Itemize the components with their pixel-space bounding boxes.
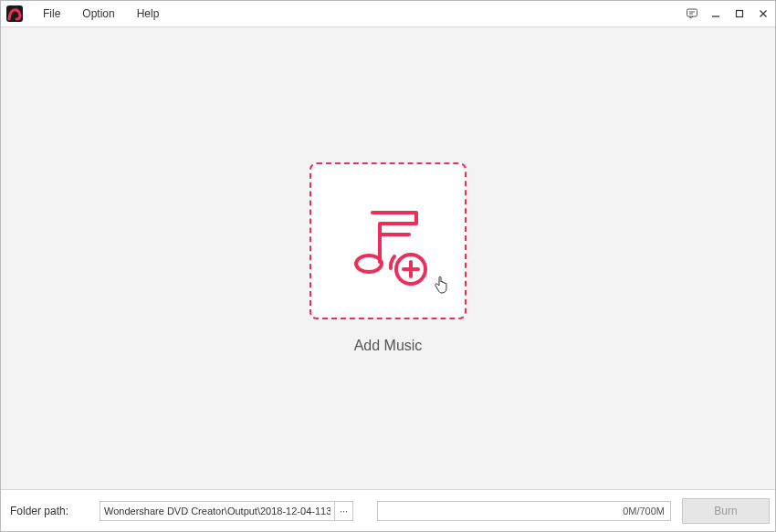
feedback-icon[interactable] bbox=[680, 1, 704, 26]
browse-button[interactable]: ··· bbox=[334, 502, 352, 520]
app-window: File Option Help bbox=[0, 0, 776, 532]
progress-wrap: 0M/700M bbox=[364, 501, 671, 521]
add-music-label: Add Music bbox=[354, 338, 423, 354]
music-add-icon bbox=[338, 191, 438, 291]
svg-line-6 bbox=[760, 11, 767, 17]
main-area: Add Music bbox=[1, 27, 775, 490]
folder-path-box: ··· bbox=[100, 501, 353, 521]
add-music-dropzone[interactable] bbox=[309, 162, 467, 319]
capacity-progress: 0M/700M bbox=[377, 501, 671, 521]
svg-rect-1 bbox=[687, 9, 697, 16]
capacity-text: 0M/700M bbox=[623, 502, 665, 520]
menu-option[interactable]: Option bbox=[71, 1, 125, 26]
folder-path-label: Folder path: bbox=[6, 505, 89, 517]
menu-help[interactable]: Help bbox=[126, 1, 171, 26]
app-icon bbox=[6, 5, 23, 22]
burn-button[interactable]: Burn bbox=[682, 498, 770, 524]
svg-rect-5 bbox=[737, 11, 743, 17]
svg-point-9 bbox=[356, 256, 382, 272]
bottom-bar: Folder path: ··· 0M/700M Burn bbox=[1, 490, 775, 531]
menu-file[interactable]: File bbox=[32, 1, 71, 26]
menu-bar: File Option Help bbox=[1, 1, 775, 27]
maximize-button[interactable] bbox=[728, 1, 751, 26]
minimize-button[interactable] bbox=[704, 1, 728, 26]
close-button[interactable] bbox=[751, 1, 775, 26]
folder-path-input[interactable] bbox=[100, 502, 334, 520]
svg-line-7 bbox=[760, 11, 767, 17]
